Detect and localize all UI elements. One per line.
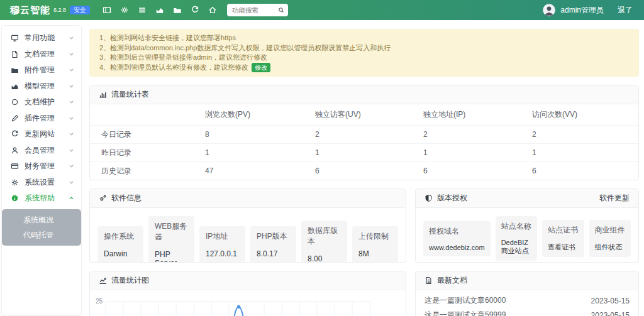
- logout-button[interactable]: 退了: [618, 5, 633, 16]
- card-icon: [11, 162, 19, 170]
- chevron-down-icon: [69, 148, 74, 153]
- pen-icon: [11, 114, 19, 123]
- col-pv: 浏览次数(PV): [194, 104, 304, 126]
- table-row: 今日记录 8 2 2 2: [90, 126, 638, 144]
- gear-icon: [11, 178, 19, 187]
- info-card-db: 数据库版本 8.00: [301, 221, 347, 263]
- license-card-cert: 站点证书 查看证书: [542, 220, 584, 257]
- notice-line: 2、检测到data/common.inc.php数据库文件写入权限，建议您以管理…: [99, 43, 629, 53]
- traffic-table: 浏览次数(PV) 独立访客(UV) 独立地址(IP) 访问次数(VV) 今日记录…: [90, 104, 638, 180]
- traffic-table-header: 流量统计表: [90, 85, 638, 104]
- table-header-row: 浏览次数(PV) 独立访客(UV) 独立地址(IP) 访问次数(VV): [90, 104, 638, 126]
- list-item: 这是一篇测试文章59999 2023-05-15: [416, 308, 638, 316]
- panel-title: 版本授权: [437, 193, 467, 204]
- user-avatar[interactable]: [543, 4, 555, 16]
- col-ip: 独立地址(IP): [412, 104, 521, 126]
- sidebar-item-system-help[interactable]: 系统帮助: [2, 190, 81, 207]
- table-row: 昨日记录 1 1 1 1: [90, 144, 638, 162]
- doc-title-link[interactable]: 这是一篇测试文章59999: [425, 310, 506, 316]
- doc-title-link[interactable]: 这是一篇测试文章60000: [425, 295, 506, 306]
- chevron-down-icon: [69, 116, 74, 121]
- view-cert-link[interactable]: 查看证书: [548, 242, 578, 252]
- top-toolbar: [103, 6, 217, 14]
- sidebar-item-attachment-management[interactable]: 附件管理: [2, 62, 81, 79]
- bar-chart-icon[interactable]: [155, 6, 164, 14]
- bar-chart-icon: [99, 90, 107, 99]
- panel-toggle-icon[interactable]: [103, 6, 111, 14]
- refresh-icon: [11, 130, 19, 138]
- panel-title: 流量统计表: [111, 89, 149, 100]
- license-header: 版本授权 软件更新: [416, 189, 638, 208]
- chevron-down-icon: [69, 180, 74, 185]
- row-label: 昨日记录: [90, 144, 194, 162]
- license-cards: 授权域名 www.dedebiz.com 站点名称 DedeBIZ商业站点 站点…: [416, 208, 638, 263]
- sidebar-item-plugin-management[interactable]: 插件管理: [2, 111, 81, 127]
- sidebar-item-document-maintenance[interactable]: 文档维护: [2, 94, 81, 111]
- sidebar-item-common-functions[interactable]: 常用功能: [2, 30, 81, 46]
- list-item: 这是一篇测试文章60000 2023-05-15: [416, 293, 638, 308]
- row-label: 历史记录: [90, 162, 194, 180]
- software-info-header: 软件信息: [90, 189, 406, 208]
- cogs-icon: [99, 194, 107, 202]
- system-help-submenu: 系统概况 代码托管: [2, 209, 81, 246]
- license-card-components: 商业组件 组件状态: [589, 220, 631, 257]
- sidebar-item-model-management[interactable]: 模型管理: [2, 79, 81, 95]
- desktop-icon: [11, 34, 19, 42]
- info-card-upload: 上传限制 8M: [352, 226, 398, 263]
- traffic-line-chart: 25 20: [90, 290, 406, 316]
- software-update-link[interactable]: 软件更新: [599, 193, 630, 204]
- shield-icon: [425, 194, 433, 202]
- latest-docs-header: 最新文档: [416, 271, 638, 290]
- peak-point: [237, 305, 241, 309]
- info-card-webserver: WEB服务器 PHP Server: [148, 216, 194, 263]
- info-card-os: 操作系统 Darwin: [97, 226, 143, 263]
- row-label: 今日记录: [90, 126, 194, 144]
- file-icon: [11, 50, 19, 58]
- col-uv: 独立访客(UV): [304, 104, 412, 126]
- username-label[interactable]: admin管理员: [560, 5, 604, 16]
- col-vv: 访问次数(VV): [521, 104, 638, 126]
- security-notice: 1、检测到网站非安全链接，建议您部署https 2、检测到data/common…: [89, 29, 639, 77]
- line-chart-icon: [99, 276, 107, 285]
- sidebar: 常用功能 文档管理 附件管理 模型管理 文档维护 插件管理: [1, 25, 82, 316]
- refresh-icon[interactable]: [191, 6, 199, 14]
- sidebar-item-document-management[interactable]: 文档管理: [2, 46, 81, 63]
- notice-line: 1、检测到网站非安全链接，建议您部署https: [99, 33, 629, 43]
- main-content: 1、检测到网站非安全链接，建议您部署https 2、检测到data/common…: [82, 20, 644, 316]
- latest-docs-list: 这是一篇测试文章60000 2023-05-15 这是一篇测试文章59999 2…: [416, 290, 638, 316]
- chevron-down-icon: [69, 163, 74, 169]
- user-icon: [11, 146, 19, 155]
- app-logo: 穆云智能: [10, 4, 50, 16]
- search-box: [227, 4, 288, 16]
- sidebar-item-system-settings[interactable]: 系统设置: [2, 175, 81, 191]
- user-area: admin管理员 退了: [543, 4, 635, 16]
- panel-title: 流量统计图: [111, 275, 149, 286]
- security-badge: 安全: [70, 6, 90, 14]
- modify-button[interactable]: 修改: [252, 63, 270, 72]
- doc-icon: [425, 276, 433, 285]
- chevron-down-icon: [69, 84, 74, 89]
- submenu-item-code-hosting[interactable]: 代码托管: [2, 227, 81, 242]
- chevron-down-icon: [69, 52, 74, 57]
- sidebar-item-update-site[interactable]: 更新网站: [2, 126, 81, 143]
- submenu-item-system-overview[interactable]: 系统概况: [2, 212, 81, 227]
- gear-icon[interactable]: [120, 6, 129, 14]
- app-version: 6.2.8: [53, 7, 66, 13]
- chevron-down-icon: [69, 35, 74, 41]
- blank-header: [90, 104, 194, 126]
- software-info-cards: 操作系统 Darwin WEB服务器 PHP Server IP地址 127.0…: [90, 208, 406, 263]
- info-card-ip: IP地址 127.0.0.1: [199, 226, 245, 263]
- magnifier-icon[interactable]: [278, 7, 284, 13]
- notice-line: 4、检测到管理员默认名称没有修改，建议您修改修改: [99, 63, 629, 73]
- panel-title: 最新文档: [437, 275, 467, 286]
- sidebar-item-finance-management[interactable]: 财务管理: [2, 158, 81, 175]
- menu-icon[interactable]: [138, 6, 147, 14]
- sidebar-item-member-management[interactable]: 会员管理: [2, 143, 81, 159]
- home-icon[interactable]: [208, 6, 217, 14]
- component-status-link[interactable]: 组件状态: [595, 242, 625, 252]
- doc-date: 2023-05-15: [591, 297, 630, 305]
- software-info-panel: 软件信息 操作系统 Darwin WEB服务器 PHP Server IP地址 …: [89, 188, 406, 263]
- license-panel: 版本授权 软件更新 授权域名 www.dedebiz.com 站点名称 Dede…: [415, 188, 639, 263]
- folder-icon[interactable]: [173, 6, 182, 14]
- traffic-table-panel: 流量统计表 浏览次数(PV) 独立访客(UV) 独立地址(IP) 访问次数(VV…: [89, 85, 639, 180]
